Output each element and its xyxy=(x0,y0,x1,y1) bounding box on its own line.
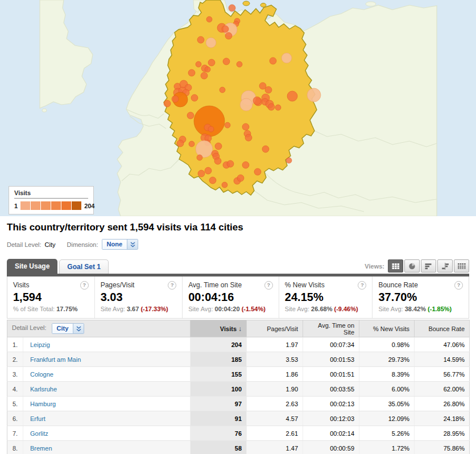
city-bubble[interactable] xyxy=(214,158,221,164)
city-bubble[interactable] xyxy=(215,143,222,150)
help-icon[interactable]: ? xyxy=(454,281,463,290)
city-link[interactable]: Frankfurt am Main xyxy=(30,356,81,363)
metric-value: 00:04:16 xyxy=(188,291,273,304)
cell-visits: 100 xyxy=(191,382,247,397)
city-bubble[interactable] xyxy=(188,69,195,76)
island-shape xyxy=(366,2,376,6)
column-header-visits[interactable]: Visits↓ xyxy=(191,320,247,337)
city-bubble[interactable] xyxy=(164,100,171,107)
city-bubble[interactable] xyxy=(172,96,179,102)
tab-bar: Site Usage Goal Set 1 Views: xyxy=(7,259,469,274)
tab-site-usage[interactable]: Site Usage xyxy=(7,259,57,274)
column-header-avg-time[interactable]: Avg. Time on Site xyxy=(303,320,359,337)
city-bubble[interactable] xyxy=(197,36,204,43)
city-bubble[interactable] xyxy=(225,32,232,39)
cell-avg-time: 00:01:53 xyxy=(303,352,359,367)
city-bubble[interactable] xyxy=(237,175,244,181)
city-bubble[interactable] xyxy=(225,122,230,128)
city-bubble[interactable] xyxy=(240,98,253,111)
sort-descending-icon: ↓ xyxy=(238,325,242,333)
help-icon[interactable]: ? xyxy=(264,281,273,290)
city-bubble[interactable] xyxy=(208,126,214,132)
help-icon[interactable]: ? xyxy=(358,281,366,290)
city-bubble[interactable] xyxy=(254,168,261,175)
column-header-new-visits[interactable]: % New Visits xyxy=(359,320,415,337)
metric-subvalue: 38.42% xyxy=(405,306,426,312)
cell-new-visits: 6.00% xyxy=(359,382,415,397)
legend-swatch xyxy=(31,201,40,210)
city-bubble[interactable] xyxy=(222,182,227,188)
cell-bounce-rate: 28.95% xyxy=(415,426,470,441)
city-bubble[interactable] xyxy=(223,58,230,65)
comparison-view-icon xyxy=(441,263,450,270)
table-view-button[interactable] xyxy=(388,259,403,273)
geo-map[interactable]: Visits 1 204 xyxy=(0,0,476,216)
city-bubble[interactable] xyxy=(191,94,198,101)
cell-visits: 155 xyxy=(191,367,247,382)
cell-pages-per-visit: 1.47 xyxy=(247,441,303,454)
city-bubble[interactable] xyxy=(242,162,249,168)
city-bubble[interactable] xyxy=(220,87,225,93)
city-bubble[interactable] xyxy=(194,106,225,137)
city-bubble[interactable] xyxy=(282,53,292,63)
cell-bounce-rate: 56.77% xyxy=(415,367,470,382)
city-bubble[interactable] xyxy=(206,38,216,48)
metric-subtext: Site Avg: 26.68% (-9.46%) xyxy=(285,306,367,312)
cell-pages-per-visit: 2.63 xyxy=(247,397,303,411)
city-link[interactable]: Hamburg xyxy=(30,401,56,407)
dimension-dropdown-value: None xyxy=(102,240,127,249)
city-bubble[interactable] xyxy=(198,170,205,177)
metric-card--new-visits: % New Visits?24.15%Site Avg: 26.68% (-9.… xyxy=(279,276,372,318)
city-bubble[interactable] xyxy=(222,26,229,32)
city-bubble[interactable] xyxy=(201,72,208,79)
city-bubble[interactable] xyxy=(262,146,269,152)
city-bubble[interactable] xyxy=(268,104,275,110)
metric-value: 1,594 xyxy=(13,291,89,304)
city-bubble[interactable] xyxy=(265,86,272,93)
city-bubble[interactable] xyxy=(209,177,216,184)
city-bubble[interactable] xyxy=(205,167,212,174)
city-bubble[interactable] xyxy=(197,155,202,160)
cell-avg-time: 00:02:13 xyxy=(303,397,359,411)
bar-view-button[interactable] xyxy=(421,259,436,273)
city-bubble[interactable] xyxy=(242,123,249,130)
city-bubble[interactable] xyxy=(205,67,210,72)
city-bubble[interactable] xyxy=(196,61,201,67)
detail-level-dropdown[interactable]: City xyxy=(52,323,85,334)
cell-new-visits: 35.05% xyxy=(359,397,415,411)
cell-pages-per-visit: 3.53 xyxy=(247,352,303,367)
pivot-view-button[interactable] xyxy=(454,259,469,273)
city-link[interactable]: Erfurt xyxy=(30,415,45,422)
city-link[interactable]: Cologne xyxy=(30,371,53,378)
help-icon[interactable]: ? xyxy=(168,281,176,290)
help-icon[interactable]: ? xyxy=(80,281,89,290)
table-detail-level-cell: Detail Level: City xyxy=(7,320,191,337)
column-header-bounce-rate[interactable]: Bounce Rate xyxy=(415,320,470,337)
cell-bounce-rate: 62.00% xyxy=(415,382,470,397)
city-bubble[interactable] xyxy=(270,57,276,64)
city-bubble[interactable] xyxy=(253,97,261,105)
city-link[interactable]: Bremen xyxy=(30,445,52,452)
city-bubble[interactable] xyxy=(307,88,321,102)
city-bubble[interactable] xyxy=(237,61,242,67)
city-bubble[interactable] xyxy=(189,141,194,147)
column-header-pages-visit[interactable]: Pages/Visit xyxy=(247,320,303,337)
city-bubble[interactable] xyxy=(286,158,292,163)
city-bubble[interactable] xyxy=(229,5,235,11)
city-link[interactable]: Karlsruhe xyxy=(30,386,57,393)
detail-level-value: City xyxy=(45,241,56,248)
dimension-dropdown[interactable]: None xyxy=(102,239,139,250)
city-bubble[interactable] xyxy=(187,112,194,119)
city-bubble[interactable] xyxy=(206,16,212,22)
city-link[interactable]: Gorlitz xyxy=(30,430,48,437)
city-bubble[interactable] xyxy=(177,140,184,147)
city-bubble[interactable] xyxy=(208,59,215,66)
city-bubble[interactable] xyxy=(245,134,252,141)
city-bubble[interactable] xyxy=(227,160,234,167)
city-bubble[interactable] xyxy=(287,91,297,101)
city-bubble[interactable] xyxy=(275,105,281,110)
pie-view-button[interactable] xyxy=(404,259,420,273)
city-link[interactable]: Leipzig xyxy=(30,341,50,348)
comparison-view-button[interactable] xyxy=(437,259,453,273)
tab-goal-set-1[interactable]: Goal Set 1 xyxy=(59,259,109,274)
